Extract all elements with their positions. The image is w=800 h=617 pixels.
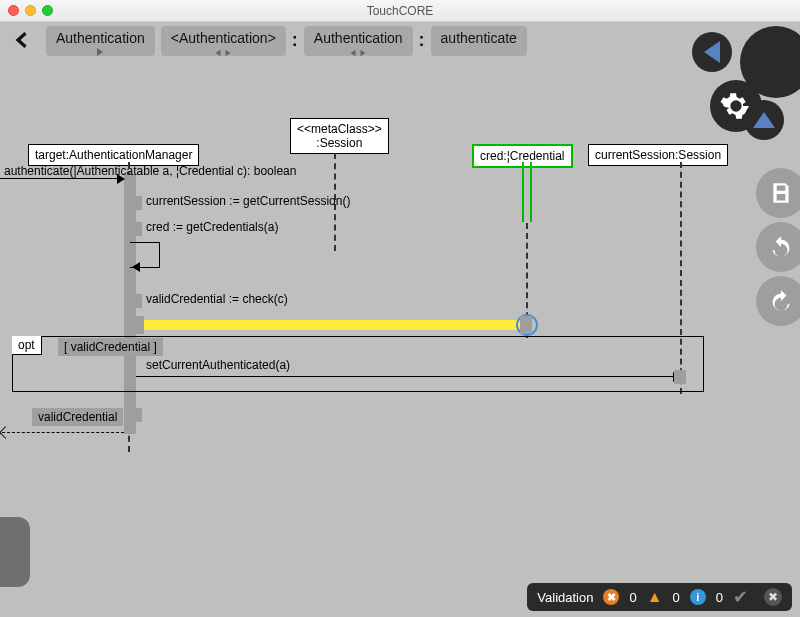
warning-count: 0: [673, 590, 680, 605]
window-title: TouchCORE: [0, 4, 800, 18]
lifeline-target[interactable]: target:AuthenticationManager: [28, 144, 199, 166]
breadcrumb-label: authenticate: [441, 30, 517, 46]
chevron-right-icon: [94, 46, 106, 58]
activation-bar: [130, 222, 142, 236]
lifeline-line-highlight: [530, 162, 532, 222]
highlighted-message[interactable]: [144, 320, 522, 330]
breadcrumb-label: Authentication: [314, 30, 403, 46]
validation-label: Validation: [537, 590, 593, 605]
message-check[interactable]: validCredential := check(c): [146, 292, 288, 306]
lifeline-session[interactable]: <<metaClass>> :Session: [290, 118, 389, 154]
top-toolbar: Authentication <Authentication> : Authen…: [0, 22, 800, 58]
activation-bar: [130, 316, 144, 334]
arrow-head-icon: [130, 262, 142, 272]
breadcrumb-label: Authentication: [56, 30, 145, 46]
activation-bar: [130, 408, 142, 422]
warning-icon: ▲: [647, 588, 663, 606]
return-arrow[interactable]: [2, 432, 124, 433]
info-icon: i: [690, 589, 706, 605]
return-label[interactable]: validCredential: [32, 408, 123, 426]
check-icon: ✔: [733, 586, 748, 608]
activation-bar: [520, 316, 532, 334]
message-set-authenticated[interactable]: setCurrentAuthenticated(a): [146, 358, 290, 372]
breadcrumb-item-2[interactable]: <Authentication>: [161, 26, 286, 56]
lifeline-current-session[interactable]: currentSession:Session: [588, 144, 728, 166]
opt-label[interactable]: opt: [12, 336, 42, 355]
macos-titlebar: TouchCORE: [0, 0, 800, 22]
activation-bar: [130, 294, 142, 308]
breadcrumb-item-4[interactable]: authenticate: [431, 26, 527, 56]
message-get-credentials[interactable]: cred := getCredentials(a): [146, 220, 278, 234]
breadcrumb-item-1[interactable]: Authentication: [46, 26, 155, 56]
info-count: 0: [716, 590, 723, 605]
stereotype-label: <<metaClass>>: [297, 122, 382, 136]
guard-condition[interactable]: [ validCredential ]: [58, 338, 163, 356]
validation-statusbar[interactable]: Validation ✖ 0 ▲ 0 i 0 ✔ ✖: [527, 583, 792, 611]
error-count: 0: [629, 590, 636, 605]
breadcrumb-label: <Authentication>: [171, 30, 276, 46]
message-get-current-session[interactable]: currentSession := getCurrentSession(): [146, 194, 350, 208]
side-panel-handle[interactable]: [0, 517, 30, 587]
chevrons-icon: [213, 48, 233, 58]
breadcrumb-sep: :: [419, 26, 425, 51]
activation-bar: [130, 196, 142, 210]
breadcrumb-item-3[interactable]: Authentication: [304, 26, 413, 56]
breadcrumb-sep: :: [292, 26, 298, 51]
message-authenticate[interactable]: authenticate(|Authenticatable a, ¦Creden…: [4, 164, 296, 178]
error-icon: ✖: [603, 589, 619, 605]
diagram-canvas[interactable]: target:AuthenticationManager <<metaClass…: [0, 58, 800, 595]
lifeline-line-highlight: [522, 162, 524, 222]
message-arrow[interactable]: [0, 178, 124, 179]
lifeline-label: :Session: [297, 136, 382, 150]
close-icon[interactable]: ✖: [764, 588, 782, 606]
activation-bar: [674, 370, 686, 384]
back-button[interactable]: [6, 26, 40, 54]
message-arrow[interactable]: [136, 376, 680, 377]
chevrons-icon: [348, 48, 368, 58]
